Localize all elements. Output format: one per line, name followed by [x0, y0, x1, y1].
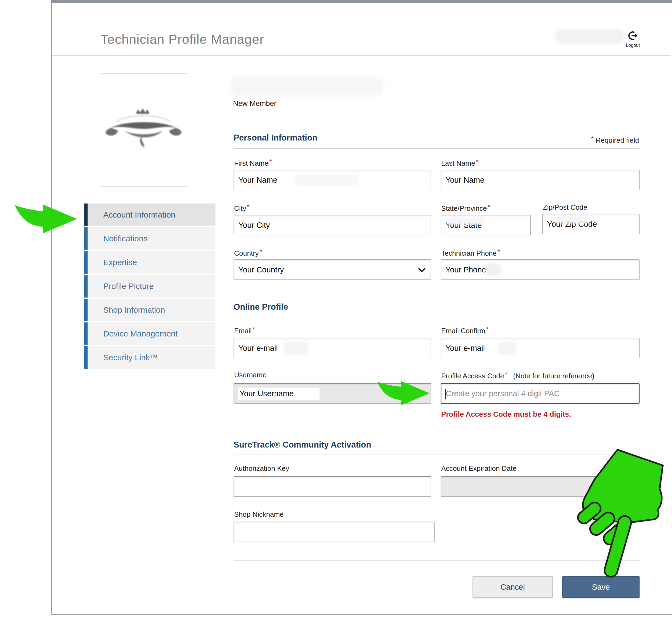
username-label: Username — [234, 371, 267, 379]
sidebar-item-label: Device Management — [103, 329, 178, 338]
sidebar-item-label: Expertise — [103, 258, 137, 267]
sidebar-item-expertise[interactable]: Expertise — [84, 251, 215, 274]
pac-label: Profile Access Code* (Note for future re… — [441, 371, 595, 380]
email-input[interactable] — [233, 338, 431, 358]
sidebar-accent-bar — [84, 275, 88, 297]
sidebar-item-label: Account Information — [103, 210, 175, 219]
country-select[interactable]: Your Country — [233, 259, 431, 280]
required-field-note: * Required field — [591, 135, 639, 145]
expiration-date-input — [441, 476, 640, 497]
section-divider — [233, 148, 640, 149]
profile-logo — [101, 74, 186, 185]
sidebar-accent-bar — [84, 323, 88, 345]
zip-label: Zip/Post Code — [543, 203, 587, 212]
header-divider — [52, 55, 671, 56]
suretrack-heading: SureTrack® Community Activation — [233, 440, 371, 450]
pac-input[interactable] — [441, 383, 640, 404]
footer-divider — [233, 560, 640, 561]
email-confirm-label: Email Confirm* — [441, 326, 489, 335]
required-asterisk: * — [475, 158, 479, 165]
sidebar-item-label: Shop Information — [103, 305, 165, 315]
pac-note: (Note for future reference) — [509, 372, 595, 380]
required-asterisk: * — [269, 158, 272, 165]
sidebar-item-label: Notifications — [103, 234, 147, 243]
phone-label: Technician Phone* — [441, 248, 500, 257]
profile-picture-box — [101, 73, 187, 187]
required-asterisk: * — [504, 371, 507, 378]
sidebar-accent-bar — [84, 298, 88, 321]
sidebar-item-notifications[interactable]: Notifications — [84, 227, 215, 250]
sidebar-accent-bar — [84, 204, 88, 226]
section-divider — [233, 317, 640, 317]
last-name-label: Last Name* — [441, 158, 479, 168]
member-status: New Member — [233, 99, 277, 108]
cancel-button[interactable]: Cancel — [473, 576, 553, 598]
city-label: City* — [234, 203, 249, 213]
technician-profile-manager-window: Technician Profile Manager Logout — [0, 0, 672, 617]
section-divider — [233, 455, 640, 455]
phone-input[interactable] — [441, 259, 640, 280]
save-button[interactable]: Save — [562, 576, 640, 598]
required-asterisk: * — [487, 203, 490, 211]
logout-label: Logout — [618, 43, 648, 48]
username-input: Your Username — [233, 383, 431, 404]
sidebar-item-security-link[interactable]: Security Link™ — [84, 346, 215, 369]
chevron-down-icon — [417, 265, 426, 276]
zip-input[interactable] — [542, 214, 640, 234]
sidebar-accent-bar — [84, 251, 88, 274]
authorization-key-label: Authorization Key — [234, 464, 289, 473]
country-label: Country* — [234, 248, 262, 257]
sidebar-accent-bar — [84, 227, 88, 250]
page-title: Technician Profile Manager — [101, 32, 264, 47]
logout-button[interactable]: Logout — [618, 30, 648, 48]
logout-icon — [627, 37, 638, 42]
sidebar-accent-bar — [84, 346, 88, 369]
text-cursor — [445, 389, 446, 399]
first-name-label: First Name* — [234, 158, 272, 168]
required-asterisk: * — [591, 135, 594, 143]
personal-information-heading: Personal Information — [233, 133, 317, 143]
last-name-input[interactable] — [441, 170, 640, 190]
sidebar-item-shop-information[interactable]: Shop Information — [84, 298, 215, 321]
city-input[interactable] — [233, 215, 431, 235]
required-asterisk: * — [485, 326, 488, 333]
email-confirm-input[interactable] — [441, 338, 640, 358]
email-label: Email* — [234, 326, 255, 335]
sidebar-item-profile-picture[interactable]: Profile Picture — [84, 275, 215, 297]
required-asterisk: * — [246, 203, 249, 211]
state-input[interactable] — [441, 215, 531, 235]
required-asterisk: * — [259, 248, 262, 255]
sidebar-item-label: Profile Picture — [103, 281, 154, 291]
sidebar-item-label: Security Link™ — [103, 353, 158, 362]
state-label: State/Province* — [441, 203, 490, 213]
shop-nickname-input[interactable] — [233, 522, 435, 542]
required-asterisk: * — [251, 326, 255, 333]
shop-nickname-label: Shop Nickname — [234, 510, 284, 519]
authorization-key-input[interactable] — [233, 476, 431, 497]
required-asterisk: * — [497, 248, 500, 255]
first-name-input[interactable] — [233, 170, 431, 190]
expiration-date-label: Account Expiration Date — [441, 464, 517, 473]
online-profile-heading: Online Profile — [233, 302, 288, 312]
sidebar-item-device-management[interactable]: Device Management — [84, 323, 215, 345]
sidebar-item-account-information[interactable]: Account Information — [84, 204, 215, 226]
pac-error-message: Profile Access Code must be 4 digits. — [441, 410, 571, 419]
